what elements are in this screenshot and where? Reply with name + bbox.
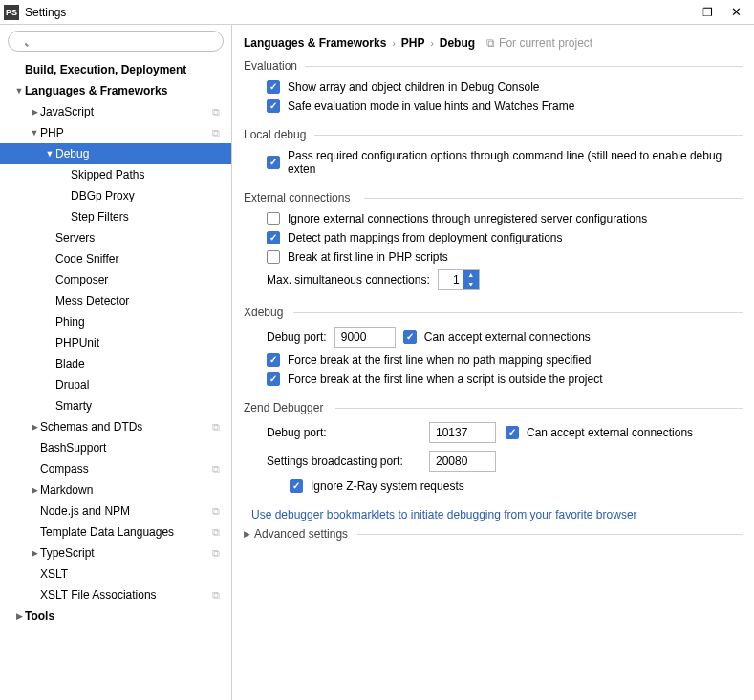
tree-item[interactable]: ▶TypeScript: [0, 542, 231, 563]
tree-item-label: Smarty: [55, 399, 226, 413]
project-scope-icon: [212, 126, 226, 139]
tree-item[interactable]: ▼Debug: [0, 143, 231, 164]
tree-item[interactable]: ▶Markdown: [0, 479, 231, 500]
tree-item[interactable]: Step Filters: [0, 206, 231, 227]
close-icon[interactable]: [722, 3, 750, 22]
tree-item-label: Schemas and DTDs: [40, 420, 212, 434]
project-scope-icon: [212, 546, 226, 560]
tree-item[interactable]: XSLT: [0, 563, 231, 584]
tree-item[interactable]: ▶Schemas and DTDs: [0, 416, 231, 437]
tree-item[interactable]: DBGp Proxy: [0, 185, 231, 206]
crumb-0[interactable]: Languages & Frameworks: [244, 36, 386, 50]
checkbox-safe-eval[interactable]: [267, 99, 280, 113]
tree-item-label: Tools: [25, 609, 226, 623]
project-scope-icon: [212, 420, 226, 434]
broadcast-port-input[interactable]: [429, 451, 496, 472]
checkbox-ignore-zray[interactable]: [290, 479, 303, 493]
tree-item[interactable]: Phing: [0, 311, 231, 332]
tree-item-label: Template Data Languages: [40, 525, 212, 539]
tree-item[interactable]: PHPUnit: [0, 332, 231, 353]
tree-item[interactable]: ▼Languages & Frameworks: [0, 80, 231, 101]
tree-item[interactable]: ▼PHP: [0, 122, 231, 143]
max-conn-input[interactable]: [439, 270, 463, 289]
tree-item[interactable]: Skipped Paths: [0, 164, 231, 185]
window-restore-icon[interactable]: ❐: [693, 3, 722, 22]
checkbox-break-first[interactable]: [267, 250, 280, 264]
tree-item-label: Node.js and NPM: [40, 504, 212, 518]
advanced-settings-toggle[interactable]: ▶ Advanced settings: [244, 527, 743, 541]
chevron-down-icon[interactable]: ▼: [13, 86, 25, 95]
tree-item-label: TypeScript: [40, 546, 212, 560]
tree-item[interactable]: BashSupport: [0, 437, 231, 458]
project-scope-icon: [212, 588, 226, 602]
chevron-right-icon[interactable]: ▶: [29, 485, 40, 495]
chevron-right-icon[interactable]: ▶: [29, 107, 40, 117]
checkbox-detect-path[interactable]: [267, 231, 280, 244]
label-ignore-external: Ignore external connections through unre…: [288, 212, 647, 225]
label-break-first: Break at first line in PHP scripts: [288, 250, 448, 264]
checkbox-force-outside[interactable]: [267, 372, 280, 386]
project-scope-icon: [212, 105, 226, 118]
tree-item-label: Phing: [55, 315, 226, 329]
chevron-right-icon[interactable]: ▶: [29, 422, 40, 432]
tree-item[interactable]: ▶JavaScript: [0, 101, 231, 122]
tree-item[interactable]: Drupal: [0, 374, 231, 395]
tree-item-label: Drupal: [55, 378, 226, 392]
label-show-array: Show array and object children in Debug …: [288, 80, 540, 94]
label-broadcast-port: Settings broadcasting port:: [267, 455, 420, 468]
label-zend-accept-ext: Can accept external connections: [527, 426, 693, 439]
crumb-1[interactable]: PHP: [401, 36, 425, 50]
tree-item[interactable]: Code Sniffer: [0, 248, 231, 269]
chevron-down-icon[interactable]: ▼: [29, 128, 40, 138]
section-title: Local debug: [244, 128, 743, 141]
tree-item-label: Languages & Frameworks: [25, 84, 226, 97]
section-title: Evaluation: [244, 59, 743, 73]
breadcrumb: Languages & Frameworks › PHP › Debug For…: [232, 25, 754, 59]
project-scope-icon: [212, 525, 226, 539]
checkbox-show-array[interactable]: [267, 80, 280, 94]
chevron-right-icon[interactable]: ▶: [29, 548, 40, 558]
chevron-right-icon[interactable]: ▶: [13, 611, 25, 621]
max-conn-spinner[interactable]: ▲▼: [438, 269, 480, 290]
bookmarklets-link[interactable]: Use debugger bookmarklets to initiate de…: [251, 508, 637, 521]
chevron-right-icon: ▶: [244, 529, 250, 539]
label-ignore-zray: Ignore Z-Ray system requests: [311, 479, 464, 493]
tree-item[interactable]: XSLT File Associations: [0, 584, 231, 605]
tree-item-label: Step Filters: [71, 210, 226, 223]
xdebug-port-input[interactable]: [334, 327, 396, 348]
tree-item[interactable]: ▶Tools: [0, 605, 231, 626]
tree-item-label: XSLT: [40, 567, 226, 581]
chevron-down-icon[interactable]: ▼: [44, 149, 55, 159]
checkbox-zend-accept-ext[interactable]: [506, 426, 519, 439]
checkbox-pass-required[interactable]: [267, 156, 280, 169]
tree-item[interactable]: Node.js and NPM: [0, 500, 231, 521]
tree-item-label: Code Sniffer: [55, 252, 226, 265]
tree-item[interactable]: Compass: [0, 458, 231, 479]
tree-item[interactable]: Blade: [0, 353, 231, 374]
tree-item[interactable]: Mess Detector: [0, 290, 231, 311]
tree-item[interactable]: Composer: [0, 269, 231, 290]
search-wrap: [0, 25, 231, 57]
checkbox-xdebug-accept-ext[interactable]: [403, 330, 417, 344]
spinner-up-icon[interactable]: ▲: [463, 270, 479, 280]
section-title: External connections: [244, 191, 743, 204]
label-force-outside: Force break at the first line when a scr…: [288, 372, 603, 386]
scope-badge: For current project: [486, 36, 592, 50]
tree-item[interactable]: Servers: [0, 227, 231, 248]
spinner-down-icon[interactable]: ▼: [463, 280, 479, 289]
zend-port-input[interactable]: [429, 422, 496, 443]
label-detect-path: Detect path mappings from deployment con…: [288, 231, 563, 244]
checkbox-force-no-map[interactable]: [267, 353, 280, 367]
search-input[interactable]: [8, 31, 224, 52]
section-xdebug: Xdebug Debug port: Can accept external c…: [244, 306, 743, 386]
tree-item[interactable]: Template Data Languages: [0, 521, 231, 542]
checkbox-ignore-external[interactable]: [267, 212, 280, 225]
chevron-right-icon: ›: [430, 38, 433, 49]
settings-tree[interactable]: Build, Execution, Deployment▼Languages &…: [0, 57, 231, 700]
tree-item[interactable]: Smarty: [0, 395, 231, 416]
tree-item-label: Mess Detector: [55, 294, 226, 308]
label-xdebug-port: Debug port:: [267, 330, 327, 344]
tree-item[interactable]: Build, Execution, Deployment: [0, 59, 231, 80]
tree-item-label: DBGp Proxy: [71, 189, 226, 202]
tree-item-label: Composer: [55, 273, 226, 286]
